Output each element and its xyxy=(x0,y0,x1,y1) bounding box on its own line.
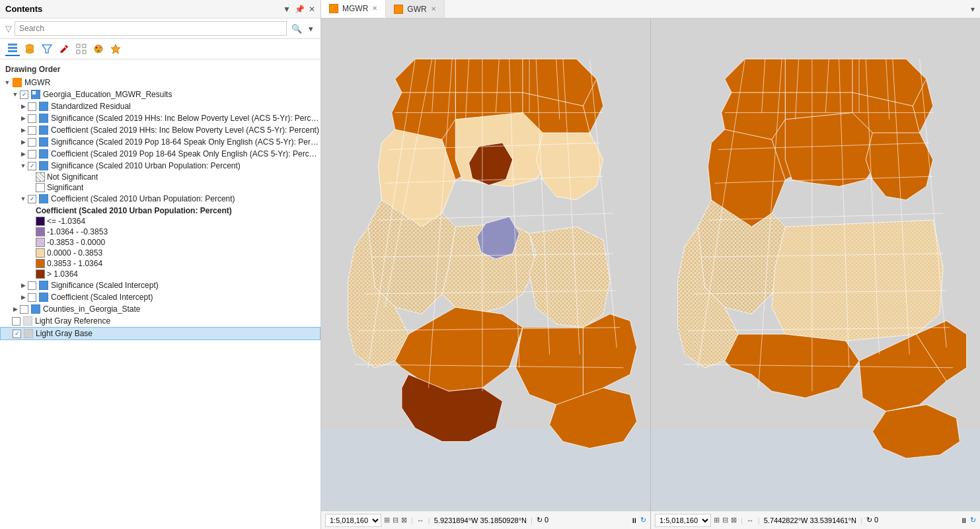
svg-rect-19 xyxy=(13,78,22,87)
gwr-scale-select[interactable]: 1:5,018,160 xyxy=(655,514,711,527)
expand-sig-pop[interactable]: ▶ xyxy=(19,137,28,147)
tree-item-std-resid[interactable]: ▶ Standardized Residual xyxy=(0,100,320,112)
tree-item-coef-intercept[interactable]: ▶ Coefficient (Scaled Intercept) xyxy=(0,291,320,303)
tree-item-coef-urban[interactable]: ▼ Coefficient (Scaled 2010 Urban Populat… xyxy=(0,193,320,205)
gwr-extent-icon[interactable]: ⊠ xyxy=(731,516,737,524)
expand-coef-hh[interactable]: ▶ xyxy=(19,125,28,135)
tree-item-coef-pop[interactable]: ▶ Coefficient (Scaled 2019 Pop 18-64 Spe… xyxy=(0,148,320,160)
ga-edu-icon xyxy=(30,89,41,100)
coef-intercept-icon xyxy=(38,292,49,302)
tree-item-sig-pop[interactable]: ▶ Significance (Scaled 2019 Pop 18-64 Sp… xyxy=(0,136,320,148)
tree-item-ga-edu[interactable]: ▼ Georgia_Education_MGWR_Results xyxy=(0,88,320,100)
tree-item-sig-hh[interactable]: ▶ Significance (Scaled 2019 HHs: Inc Bel… xyxy=(0,112,320,124)
symbology-icon[interactable] xyxy=(91,42,106,56)
swatch-light-purple xyxy=(36,238,45,247)
mgwr-extent-icon[interactable]: ⊠ xyxy=(401,516,407,524)
checkbox-sig-urban[interactable] xyxy=(28,162,36,170)
checkbox-sig-hh[interactable] xyxy=(28,114,36,123)
mgwr-table-icon[interactable]: ⊟ xyxy=(393,516,398,524)
gwr-map-view: 1:5,018,160 ⊞ ⊟ ⊠ | ↔ | 5.7442822°W 33.5… xyxy=(651,18,980,529)
expand-sig-urban[interactable]: ▼ xyxy=(19,161,28,170)
mgwr-tab-icon xyxy=(329,4,338,13)
pin-icon[interactable]: 📌 xyxy=(295,5,305,14)
list-view-icon[interactable] xyxy=(5,42,20,56)
light-gray-ref-icon xyxy=(22,316,33,326)
checkbox-counties[interactable] xyxy=(20,305,28,314)
tab-gwr[interactable]: GWR ✕ xyxy=(386,0,444,18)
gwr-tab-close[interactable]: ✕ xyxy=(431,5,436,13)
mgwr-pause-icon[interactable]: ⏸ xyxy=(630,516,638,524)
svg-rect-32 xyxy=(23,316,32,326)
expand-sig-intercept[interactable]: ▶ xyxy=(19,281,28,290)
legend-label-6: > 1.0364 xyxy=(47,269,78,279)
checkbox-coef-intercept[interactable] xyxy=(28,293,36,302)
tree-item-mgwr[interactable]: ▼ MGWR xyxy=(0,77,320,88)
mgwr-refresh-icon[interactable]: ↻ xyxy=(640,516,646,524)
coef-pop-label: Coefficient (Scaled 2019 Pop 18-64 Speak… xyxy=(51,149,320,159)
svg-rect-1 xyxy=(8,47,17,49)
tree-item-coef-hh[interactable]: ▶ Coefficient (Scaled 2019 HHs: Inc Belo… xyxy=(0,124,320,136)
checkbox-coef-hh[interactable] xyxy=(28,126,36,135)
tab-mgwr[interactable]: MGWR ✕ xyxy=(321,0,386,18)
sig-pop-icon xyxy=(38,137,49,147)
legend-item-6: > 1.0364 xyxy=(0,269,320,279)
checkbox-sig-pop[interactable] xyxy=(28,138,36,147)
checkbox-std-resid[interactable] xyxy=(28,102,36,111)
gwr-grid-icon[interactable]: ⊞ xyxy=(714,516,720,524)
minimize-icon[interactable]: ▼ xyxy=(283,5,291,14)
mgwr-grid-icon[interactable]: ⊞ xyxy=(384,516,390,524)
expand-coef-intercept[interactable]: ▶ xyxy=(19,293,28,302)
checkbox-light-gray-ref[interactable] xyxy=(12,317,20,326)
panel-title: Contents xyxy=(5,4,42,14)
close-icon[interactable]: ✕ xyxy=(309,5,315,14)
svg-rect-24 xyxy=(39,125,48,135)
expand-coef-urban[interactable]: ▼ xyxy=(19,194,28,203)
edit-icon[interactable] xyxy=(57,42,71,56)
tree-item-light-gray-base[interactable]: Light Gray Base xyxy=(0,327,320,340)
expand-sig-hh[interactable]: ▶ xyxy=(19,114,28,123)
counties-label: Counties_in_Georgia_State xyxy=(43,304,140,314)
tree-item-light-gray-ref[interactable]: Light Gray Reference xyxy=(0,315,320,327)
tab-collapse-button[interactable]: ▾ xyxy=(965,0,980,18)
tree-item-counties[interactable]: ▶ Counties_in_Georgia_State xyxy=(0,303,320,315)
svg-rect-28 xyxy=(39,194,48,203)
search-dropdown-icon[interactable]: ▾ xyxy=(307,24,315,34)
expand-std-resid[interactable]: ▶ xyxy=(19,102,28,111)
expand-counties[interactable]: ▶ xyxy=(11,304,20,314)
svg-rect-33 xyxy=(24,329,33,338)
gwr-table-icon[interactable]: ⊟ xyxy=(722,516,728,524)
swatch-dark-orange xyxy=(36,269,45,279)
checkbox-light-gray-base[interactable] xyxy=(13,330,21,338)
expand-ga-edu[interactable]: ▼ xyxy=(11,90,20,99)
checkbox-sig-intercept[interactable] xyxy=(28,281,36,290)
filter-icon[interactable]: ▽ xyxy=(5,24,12,34)
tree-item-sig-intercept[interactable]: ▶ Significance (Scaled Intercept) xyxy=(0,279,320,291)
coef-intercept-label: Coefficient (Scaled Intercept) xyxy=(51,293,153,302)
gwr-refresh-icon[interactable]: ↻ xyxy=(970,516,976,524)
svg-rect-0 xyxy=(8,44,17,46)
svg-point-15 xyxy=(96,47,98,49)
svg-marker-18 xyxy=(111,44,120,53)
svg-rect-27 xyxy=(39,161,48,170)
expand-coef-pop[interactable]: ▶ xyxy=(19,149,28,159)
gwr-pause-icon[interactable]: ⏸ xyxy=(960,516,967,524)
search-button[interactable]: 🔍 xyxy=(289,24,304,34)
sig-hh-icon xyxy=(38,113,49,123)
search-input[interactable] xyxy=(15,21,287,36)
expand-mgwr[interactable]: ▼ xyxy=(3,78,12,87)
mgwr-tab-close[interactable]: ✕ xyxy=(372,5,377,12)
datasource-icon[interactable] xyxy=(22,42,37,56)
favorite-icon[interactable] xyxy=(108,42,123,56)
mgwr-arrow-icon[interactable]: ↔ xyxy=(417,516,424,524)
gwr-tab-label: GWR xyxy=(407,5,426,14)
layer-filter-icon[interactable] xyxy=(40,42,54,56)
checkbox-ga-edu[interactable] xyxy=(20,90,28,99)
tree-item-sig-urban[interactable]: ▼ Significance (Scaled 2010 Urban Popula… xyxy=(0,160,320,172)
mgwr-scale-select[interactable]: 1:5,018,160 xyxy=(325,514,381,527)
gwr-arrow-icon[interactable]: ↔ xyxy=(747,516,754,524)
checkbox-coef-urban[interactable] xyxy=(28,195,36,203)
checkbox-coef-pop[interactable] xyxy=(28,150,36,159)
snapping-icon[interactable] xyxy=(74,42,89,56)
svg-point-5 xyxy=(26,50,34,53)
tab-separator xyxy=(445,0,965,18)
